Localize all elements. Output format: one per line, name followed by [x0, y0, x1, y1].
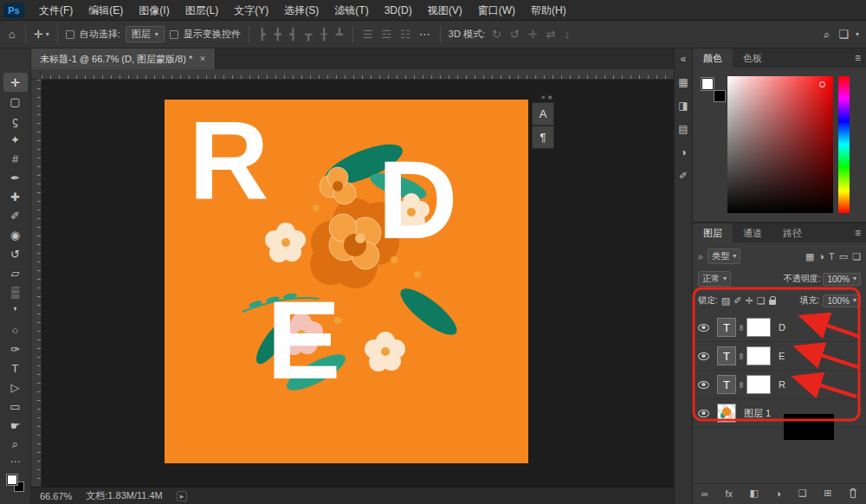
menu-filter[interactable]: 滤镜(T)	[326, 0, 376, 21]
panel-menu-icon[interactable]: ≡	[855, 223, 861, 242]
layer-row-image[interactable]: 图层 1	[693, 399, 866, 428]
tab-paths[interactable]: 路径	[772, 223, 812, 242]
layer-name[interactable]: D	[779, 322, 785, 333]
text-layer-thumbnail[interactable]: T	[717, 318, 736, 337]
paragraph-panel-button[interactable]: ¶	[532, 126, 554, 149]
lock-position-icon[interactable]: ✛	[745, 296, 753, 306]
tab-color[interactable]: 颜色	[693, 48, 733, 68]
menu-layer[interactable]: 图层(L)	[178, 0, 227, 21]
blend-mode-dropdown[interactable]: 正常 ▾	[698, 271, 731, 287]
mask-link-chain-icon[interactable]: ∞	[737, 379, 746, 390]
crop-tool[interactable]: #	[3, 149, 28, 168]
home-icon[interactable]: ⌂	[7, 29, 17, 40]
layer-mask-thumbnail[interactable]	[746, 318, 771, 337]
dodge-tool[interactable]: ○	[3, 320, 28, 339]
distribute-horizontal-icon[interactable]: ☷	[398, 29, 412, 40]
pen-tool[interactable]: ✑	[3, 339, 28, 359]
lock-transparent-icon[interactable]: ▨	[721, 296, 730, 306]
canvas-area[interactable]: R D E » ✕ A ¶	[31, 69, 674, 487]
filter-type-dropdown[interactable]: 类型 ▾	[708, 249, 740, 264]
align-center-icon[interactable]: ╋	[273, 29, 283, 40]
learn-panel-icon[interactable]: ▦	[678, 77, 688, 87]
type-tool[interactable]: T	[3, 359, 28, 378]
close-icon[interactable]: ✕	[547, 94, 553, 101]
background-color-swatch[interactable]	[714, 90, 726, 102]
tab-channels[interactable]: 通道	[733, 223, 772, 242]
status-options-chevron[interactable]: ▸	[177, 491, 188, 501]
menu-edit[interactable]: 编辑(E)	[81, 0, 131, 21]
visibility-eye-icon[interactable]	[698, 410, 709, 417]
link-layers-icon[interactable]: ∞	[701, 488, 708, 499]
filter-type-layer-icon[interactable]: T	[829, 252, 835, 262]
lock-artboard-icon[interactable]: ❏	[757, 296, 766, 306]
collapse-dock-icon[interactable]: »	[541, 94, 545, 100]
3d-scale-icon[interactable]: ↕	[563, 29, 572, 40]
lock-pixels-icon[interactable]: ✐	[734, 296, 741, 306]
workspace-icon[interactable]: ❏	[837, 29, 850, 40]
libraries-panel-icon[interactable]: ▤	[678, 124, 688, 134]
zoom-tool[interactable]: ⌕	[3, 435, 28, 454]
layer-name[interactable]: R	[779, 379, 785, 390]
eyedropper-tool[interactable]: ✒	[3, 168, 28, 187]
layer-row-e[interactable]: T ∞ E	[693, 342, 866, 371]
shape-tool[interactable]: ▭	[3, 397, 28, 416]
distribute-vertical-icon[interactable]: ☰	[361, 29, 375, 40]
move-tool[interactable]: ✛	[3, 73, 28, 92]
mask-link-chain-icon[interactable]: ∞	[737, 351, 746, 361]
align-top-icon[interactable]: ┳	[303, 29, 313, 40]
text-layer-thumbnail[interactable]: T	[717, 346, 736, 365]
image-layer-thumbnail[interactable]	[717, 404, 736, 423]
properties-panel-icon[interactable]: ◨	[678, 100, 688, 111]
visibility-eye-icon[interactable]	[698, 352, 709, 360]
menu-image[interactable]: 图像(I)	[131, 0, 177, 21]
align-options-ellipsis-icon[interactable]: ⋯	[417, 29, 432, 40]
delete-layer-trash-icon[interactable]	[849, 488, 857, 499]
menu-view[interactable]: 视图(V)	[420, 0, 470, 21]
3d-slide-icon[interactable]: ⇄	[545, 29, 558, 40]
filter-pixel-icon[interactable]: ▦	[805, 252, 814, 262]
align-left-icon[interactable]: ┣	[257, 29, 268, 40]
path-selection-tool[interactable]: ▷	[3, 378, 28, 397]
search-icon[interactable]: ⌕	[822, 29, 831, 40]
document-artwork[interactable]: R D E	[165, 100, 528, 463]
new-layer-icon[interactable]: ⊞	[824, 488, 831, 499]
panel-menu-icon[interactable]: ≡	[855, 48, 861, 68]
collapse-panels-icon[interactable]: «	[681, 54, 687, 64]
quick-selection-tool[interactable]: ✦	[3, 130, 28, 149]
align-bottom-icon[interactable]: ┻	[334, 29, 345, 40]
menu-file[interactable]: 文件(F)	[31, 0, 81, 21]
filter-shape-icon[interactable]: ▭	[839, 252, 848, 262]
text-layer-thumbnail[interactable]: T	[717, 375, 736, 394]
new-group-icon[interactable]: ❑	[798, 488, 807, 499]
3d-orbit-icon[interactable]: ↻	[490, 29, 503, 40]
distribute-center-icon[interactable]: ☲	[379, 29, 393, 40]
clone-stamp-tool[interactable]: ◉	[3, 225, 28, 244]
3d-roll-icon[interactable]: ↺	[508, 29, 521, 40]
foreground-color-swatch[interactable]	[701, 78, 714, 90]
character-panel-button[interactable]: A	[532, 102, 554, 126]
vertical-ruler[interactable]	[31, 80, 42, 487]
layer-mask-thumbnail[interactable]	[746, 346, 771, 365]
auto-select-checkbox[interactable]	[66, 30, 74, 39]
foreground-background-swatches[interactable]	[7, 475, 24, 492]
visibility-eye-icon[interactable]	[698, 381, 709, 389]
history-brush-tool[interactable]: ↺	[3, 244, 28, 263]
marquee-tool[interactable]: ▢	[3, 92, 28, 111]
mask-link-chain-icon[interactable]: ∞	[737, 322, 746, 333]
close-icon[interactable]: ✕	[199, 55, 206, 63]
hand-tool[interactable]: ☛	[3, 416, 28, 435]
align-middle-icon[interactable]: ╂	[319, 29, 329, 40]
layer-mask-thumbnail[interactable]	[746, 375, 771, 394]
layer-name[interactable]: 图层 1	[744, 407, 771, 420]
opacity-dropdown[interactable]: 100% ▾	[823, 273, 861, 286]
zoom-level[interactable]: 66.67%	[40, 491, 72, 501]
menu-help[interactable]: 帮助(H)	[523, 0, 574, 21]
layer-row-r[interactable]: T ∞ R	[693, 371, 866, 399]
document-tab[interactable]: 未标题-1 @ 66.7% (D, 图层蒙版/8) * ✕	[31, 48, 216, 69]
align-right-icon[interactable]: ┫	[288, 29, 299, 40]
3d-pan-icon[interactable]: ✛	[527, 29, 540, 40]
auto-select-target-dropdown[interactable]: 图层 ▾	[126, 26, 165, 42]
healing-brush-tool[interactable]: ✚	[3, 187, 28, 206]
fill-dropdown[interactable]: 100% ▾	[823, 294, 861, 307]
filter-smart-object-icon[interactable]: ❏	[852, 252, 861, 262]
